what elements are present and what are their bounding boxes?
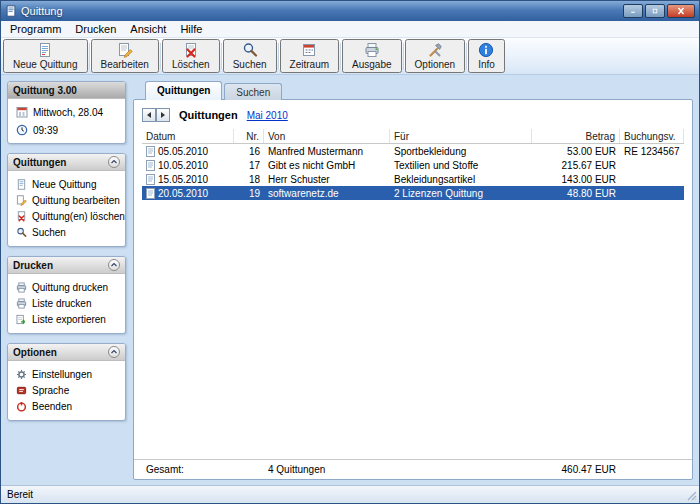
list-header: Quittungen Mai 2010	[134, 100, 692, 129]
optionen-panel-items: Einstellungen Sprache Beenden	[8, 361, 125, 420]
menubar: Programm Drucken Ansicht Hilfe	[1, 21, 699, 38]
toolbar-output-button[interactable]: Ausgabe	[342, 39, 401, 73]
toolbar-button-label: Ausgabe	[352, 59, 391, 70]
tab-quittungen[interactable]: Quittungen	[145, 81, 222, 100]
menu-drucken[interactable]: Drucken	[68, 22, 123, 36]
collapse-button[interactable]	[108, 259, 120, 271]
collapse-button[interactable]	[108, 346, 120, 358]
tab-suchen[interactable]: Suchen	[224, 83, 282, 100]
toolbar-separator	[89, 43, 90, 69]
close-button[interactable]	[667, 4, 695, 18]
sidebar-item-liste-drucken[interactable]: Liste drucken	[11, 295, 122, 311]
sidebar-item-quittung-loeschen[interactable]: Quittung(en) löschen	[11, 208, 122, 224]
sidebar-item-sprache[interactable]: Sprache	[11, 382, 122, 398]
table-row-selected[interactable]: 20.05.2010 19 softwarenetz.de 2 Lizenzen…	[142, 186, 684, 200]
resize-grip[interactable]	[687, 491, 697, 501]
cell-von: softwarenetz.de	[264, 186, 390, 200]
table-row[interactable]: 15.05.2010 18 Herr Schuster Bekleidungsa…	[142, 172, 684, 186]
version-panel-body: Mittwoch, 28.04 09:39	[8, 99, 125, 143]
column-header-nr[interactable]: Nr.	[234, 129, 264, 143]
version-title: Quittung 3.00	[13, 85, 77, 96]
toolbar-new-receipt-button[interactable]: Neue Quittung	[3, 39, 88, 73]
sidebar-item-beenden[interactable]: Beenden	[11, 398, 122, 414]
sidebar-item-neue-quittung[interactable]: Neue Quittung	[11, 176, 122, 192]
maximize-button[interactable]	[645, 4, 665, 18]
clock-icon	[16, 124, 28, 136]
cell-nr: 17	[234, 158, 264, 172]
cell-fuer: Bekleidungsartikel	[390, 172, 532, 186]
cell-buchungsv	[620, 158, 684, 172]
toolbar-button-label: Neue Quittung	[13, 59, 78, 70]
tools-icon	[427, 42, 443, 58]
toolbar-separator	[221, 43, 222, 69]
info-icon	[478, 42, 494, 58]
next-period-button[interactable]	[156, 108, 170, 122]
panel-title: Optionen	[13, 347, 57, 358]
toolbar-button-label: Bearbeiten	[101, 59, 149, 70]
toolbar-search-button[interactable]: Suchen	[223, 39, 277, 73]
sidebar-item-suchen[interactable]: Suchen	[11, 224, 122, 240]
main-area: Quittungen Suchen Quittungen Mai 2010 Da…	[133, 81, 693, 480]
column-header-fuer[interactable]: Für	[390, 129, 532, 143]
cell-betrag: 53.00 EUR	[532, 144, 620, 158]
collapse-button[interactable]	[108, 156, 120, 168]
cell-nr: 19	[234, 186, 264, 200]
app-window: Quittung Programm Drucken Ansicht Hilfe …	[0, 0, 700, 504]
toolbar-button-label: Info	[478, 59, 495, 70]
menu-ansicht[interactable]: Ansicht	[123, 22, 173, 36]
toolbar-info-button[interactable]: Info	[468, 39, 505, 73]
cell-datum: 05.05.2010	[158, 146, 208, 157]
export-icon	[16, 314, 27, 325]
sidebar-item-quittung-drucken[interactable]: Quittung drucken	[11, 279, 122, 295]
cell-datum: 20.05.2010	[158, 188, 208, 199]
table-row[interactable]: 10.05.2010 17 Gibt es nicht GmbH Textili…	[142, 158, 684, 172]
column-header-betrag[interactable]: Betrag	[532, 129, 620, 143]
toolbar-options-button[interactable]: Optionen	[405, 39, 466, 73]
search-icon	[242, 42, 258, 58]
version-panel: Quittung 3.00 Mittwoch, 28.04 09:39	[7, 81, 126, 144]
maximize-icon	[652, 7, 658, 15]
cell-betrag: 215.67 EUR	[532, 158, 620, 172]
sidebar: Quittung 3.00 Mittwoch, 28.04 09:39 Quit…	[7, 81, 126, 480]
minimize-button[interactable]	[623, 4, 643, 18]
cell-fuer: 2 Lizenzen Quittung	[390, 186, 532, 200]
chevron-up-icon	[110, 261, 118, 269]
column-header-von[interactable]: Von	[264, 129, 390, 143]
panel-title: Drucken	[13, 260, 53, 271]
cell-buchungsv: RE 1234567	[620, 144, 684, 158]
arrow-left-icon	[147, 112, 151, 118]
titlebar: Quittung	[1, 1, 699, 21]
previous-period-button[interactable]	[142, 108, 156, 122]
chevron-up-icon	[110, 158, 118, 166]
table-footer: Gesamt: 4 Quittungen 460.47 EUR	[134, 459, 692, 479]
cell-nr: 18	[234, 172, 264, 186]
main-panel: Quittungen Mai 2010 Datum Nr. Von Für Be…	[133, 99, 693, 480]
drucken-panel-items: Quittung drucken Liste drucken Liste exp…	[8, 274, 125, 333]
edit-icon	[117, 42, 133, 58]
column-header-buchungsv[interactable]: Buchungsv.	[620, 129, 684, 143]
gear-icon	[16, 369, 27, 380]
column-header-datum[interactable]: Datum	[142, 129, 234, 143]
time-row: 09:39	[13, 124, 120, 136]
toolbar-period-button[interactable]: Zeitraum	[280, 39, 339, 73]
sidebar-item-quittung-bearbeiten[interactable]: Quittung bearbeiten	[11, 192, 122, 208]
chevron-up-icon	[110, 348, 118, 356]
toolbar-edit-button[interactable]: Bearbeiten	[91, 39, 159, 73]
menu-hilfe[interactable]: Hilfe	[173, 22, 209, 36]
sidebar-item-liste-exportieren[interactable]: Liste exportieren	[11, 311, 122, 327]
close-icon	[676, 7, 686, 15]
calendar-icon	[301, 42, 317, 58]
statusbar: Bereit	[1, 485, 699, 503]
toolbar-button-label: Zeitraum	[290, 59, 329, 70]
optionen-panel-header: Optionen	[8, 344, 125, 361]
sidebar-item-einstellungen[interactable]: Einstellungen	[11, 366, 122, 382]
menu-programm[interactable]: Programm	[3, 22, 68, 36]
new-receipt-icon	[16, 179, 27, 190]
period-link[interactable]: Mai 2010	[247, 110, 288, 121]
version-panel-header: Quittung 3.00	[8, 82, 125, 99]
toolbar-delete-button[interactable]: Löschen	[162, 39, 220, 73]
printer-icon	[16, 298, 27, 309]
toolbar-separator	[403, 43, 404, 69]
sidebar-item-label: Neue Quittung	[32, 179, 97, 190]
table-row[interactable]: 05.05.2010 16 Manfred Mustermann Sportbe…	[142, 144, 684, 158]
